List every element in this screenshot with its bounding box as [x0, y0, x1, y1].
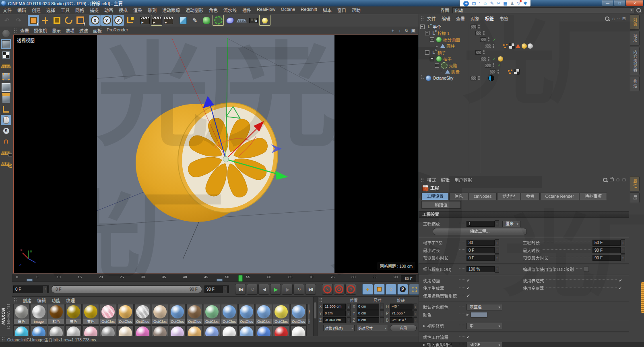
goto-end-button[interactable]: ▶▮: [305, 284, 316, 295]
layer-swatch[interactable]: [485, 63, 491, 68]
range-handle-mid[interactable]: [217, 279, 223, 281]
material-item[interactable]: OctGlos: [204, 304, 220, 324]
expand-toggle[interactable]: [430, 57, 434, 61]
minimize-button[interactable]: —: [602, 0, 613, 6]
viewport-menu-item[interactable]: 摄像机: [31, 27, 50, 34]
record-keyframe-button[interactable]: [322, 284, 333, 295]
material-preview[interactable]: [188, 305, 201, 318]
object-tag[interactable]: [522, 43, 527, 49]
stepper[interactable]: [621, 255, 625, 261]
expand-toggle[interactable]: [425, 31, 429, 35]
om-add-panel-icon[interactable]: ⊞: [622, 16, 626, 21]
menu-item[interactable]: 角色: [206, 6, 221, 14]
record-position-toggle[interactable]: +: [362, 284, 373, 295]
material-preview[interactable]: [205, 305, 219, 318]
object-name[interactable]: 圆柱: [446, 43, 455, 49]
panel-tab[interactable]: 对象: [630, 14, 640, 30]
size-field[interactable]: 0 cm: [357, 304, 379, 310]
material-preview[interactable]: [309, 305, 310, 318]
object-tag[interactable]: [488, 75, 494, 81]
viewport-menu-item[interactable]: 面板: [91, 27, 104, 34]
polygons-mode[interactable]: [1, 93, 11, 103]
om-menu-item[interactable]: 对象: [468, 15, 482, 22]
material-item[interactable]: [134, 325, 151, 336]
material-name[interactable]: 黄色: [66, 319, 81, 324]
expand-toggle[interactable]: [435, 63, 439, 68]
use-deformers-checkbox[interactable]: ✓: [619, 285, 625, 291]
apply-button[interactable]: 应用: [390, 325, 417, 331]
material-item[interactable]: [256, 325, 272, 336]
visibility-toggles[interactable]: [491, 63, 496, 67]
material-name[interactable]: OctGlos: [100, 319, 116, 324]
ime-logo-icon[interactable]: 王: [463, 1, 469, 6]
layer-swatch[interactable]: [485, 44, 491, 48]
panel-grip[interactable]: [2, 337, 5, 342]
material-name[interactable]: OctGlos: [204, 319, 220, 324]
pan-view-icon[interactable]: +: [390, 28, 396, 33]
ime-user-icon[interactable]: ♟: [510, 1, 514, 6]
menu-item[interactable]: 模拟: [116, 6, 130, 14]
ime-mode-icon[interactable]: 中: [472, 0, 476, 7]
object-row[interactable]: 克隆 ✓: [419, 62, 629, 68]
add-cube-object[interactable]: [178, 15, 189, 26]
material-item[interactable]: OctGlos: [100, 304, 116, 324]
undo-button[interactable]: ↶: [1, 15, 12, 26]
size-mode-select[interactable]: 绝对尺寸: [357, 325, 388, 331]
menu-item[interactable]: 编辑: [14, 6, 29, 14]
om-menu-item[interactable]: 标签: [483, 15, 496, 22]
object-name[interactable]: OctaneSky: [433, 76, 453, 80]
panel-grip[interactable]: [421, 177, 424, 182]
expand-arrow-icon[interactable]: ▶: [423, 343, 427, 347]
material-item[interactable]: OctGlos: [134, 304, 151, 324]
light-object[interactable]: [259, 15, 270, 26]
material-preview[interactable]: [50, 305, 63, 318]
panel-tab[interactable]: 场次: [630, 31, 640, 46]
use-generators-checkbox[interactable]: ✓: [466, 285, 473, 291]
expand-toggle[interactable]: [435, 44, 438, 48]
visibility-toggles[interactable]: [477, 76, 481, 80]
attr-search-icon[interactable]: [603, 178, 607, 182]
position-field[interactable]: 0 cm: [323, 310, 346, 316]
panel-grip[interactable]: [319, 298, 348, 302]
ime-skin-icon[interactable]: ▽: [517, 1, 520, 6]
expand-arrow-icon[interactable]: ▶: [423, 324, 427, 328]
material-item[interactable]: [65, 325, 82, 336]
lock-z-axis[interactable]: Z: [113, 15, 124, 26]
material-preview[interactable]: [67, 326, 80, 336]
material-item[interactable]: 黄色: [83, 304, 99, 324]
expand-toggle[interactable]: [420, 25, 425, 29]
menu-item[interactable]: 文件: [0, 6, 14, 14]
stepper[interactable]: [347, 310, 351, 316]
use-animation-checkbox[interactable]: ✓: [466, 278, 473, 283]
current-frame-field[interactable]: 50 F: [401, 275, 416, 281]
material-preview[interactable]: [275, 305, 288, 318]
material-preview[interactable]: [292, 305, 305, 318]
enable-check[interactable]: ✓: [491, 57, 498, 61]
material-item[interactable]: OctGlos: [152, 304, 168, 324]
expand-arrow-icon[interactable]: ▶: [466, 313, 471, 316]
position-field[interactable]: 11.506 cm: [323, 304, 346, 310]
object-row[interactable]: 圆柱: [419, 43, 629, 49]
enable-check[interactable]: ✓: [496, 63, 503, 68]
object-tag[interactable]: [503, 43, 508, 49]
material-preview[interactable]: [153, 326, 167, 336]
attr-lock-icon[interactable]: [610, 178, 614, 181]
visibility-toggles[interactable]: [491, 44, 496, 48]
separator[interactable]: [25, 15, 27, 26]
menu-item[interactable]: 渲染: [130, 6, 145, 14]
material-name[interactable]: OctGlos: [221, 319, 237, 324]
material-preview[interactable]: [136, 305, 149, 318]
material-item[interactable]: OctGlos: [117, 304, 134, 324]
size-field[interactable]: 0 cm: [357, 317, 379, 323]
max-time-field[interactable]: 90 F: [592, 247, 621, 253]
section-header[interactable]: 工程设置: [419, 211, 629, 218]
stepper[interactable]: [380, 317, 384, 323]
material-preview[interactable]: [223, 326, 236, 336]
material-item[interactable]: [117, 325, 134, 336]
material-preview[interactable]: [205, 326, 219, 336]
stepper[interactable]: [413, 310, 417, 316]
attr-panel-icon[interactable]: ⊡: [622, 177, 626, 183]
material-preview[interactable]: [171, 305, 184, 318]
position-mode-select[interactable]: 对象 (相对): [323, 325, 355, 331]
subdivision-surface[interactable]: [201, 15, 212, 26]
